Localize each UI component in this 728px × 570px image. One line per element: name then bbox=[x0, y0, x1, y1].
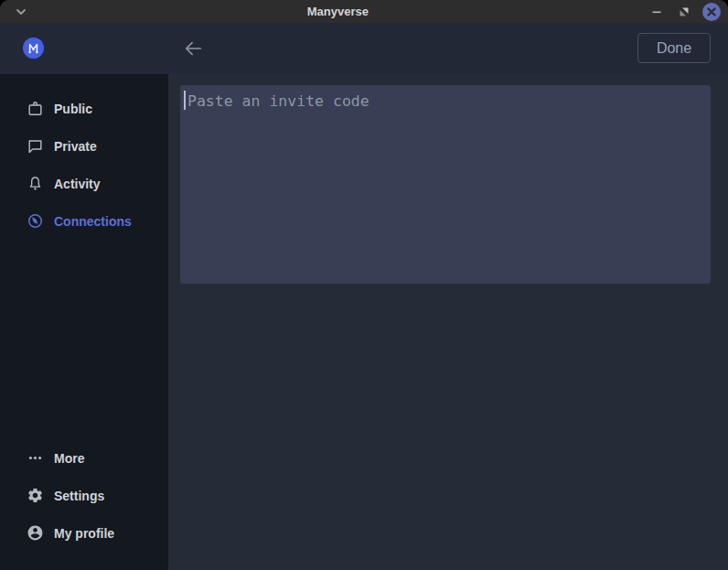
gear-icon bbox=[27, 487, 44, 504]
sidebar-item-label: Settings bbox=[54, 489, 104, 503]
invite-code-input[interactable] bbox=[180, 85, 711, 284]
restore-icon bbox=[680, 7, 689, 16]
person-circle-icon bbox=[27, 524, 44, 542]
sidebar-item-label: My profile bbox=[54, 526, 114, 541]
sidebar-item-connections[interactable]: Connections bbox=[0, 202, 168, 240]
sidebar-item-label: Public bbox=[54, 102, 92, 116]
sidebar-item-more[interactable]: More bbox=[0, 439, 168, 477]
sidebar-item-label: More bbox=[54, 451, 84, 466]
app-body: Public Private Activity bbox=[0, 74, 728, 570]
manyverse-logo bbox=[23, 38, 44, 59]
gauge-icon bbox=[27, 212, 44, 230]
sidebar-item-activity[interactable]: Activity bbox=[0, 165, 168, 202]
app-header: Done bbox=[0, 23, 728, 74]
minimize-icon bbox=[651, 6, 662, 17]
window-menu-button[interactable] bbox=[11, 0, 31, 23]
connections-invite-panel bbox=[168, 74, 728, 570]
sidebar-spacer bbox=[0, 240, 168, 439]
close-button[interactable] bbox=[702, 3, 721, 21]
sidebar: Public Private Activity bbox=[0, 74, 168, 570]
sidebar-item-label: Connections bbox=[54, 214, 132, 229]
sidebar-item-label: Activity bbox=[54, 177, 101, 191]
sidebar-item-my-profile[interactable]: My profile bbox=[0, 514, 168, 552]
sidebar-item-settings[interactable]: Settings bbox=[0, 477, 168, 514]
titlebar: Manyverse bbox=[0, 0, 728, 23]
back-arrow-icon bbox=[183, 39, 203, 58]
restore-button[interactable] bbox=[675, 3, 693, 21]
message-icon bbox=[27, 137, 44, 155]
back-button[interactable] bbox=[182, 38, 204, 59]
bulletin-board-icon bbox=[27, 100, 44, 117]
window-title: Manyverse bbox=[307, 0, 369, 23]
manyverse-window: Manyverse bbox=[0, 0, 728, 570]
bell-icon bbox=[27, 175, 44, 192]
close-icon bbox=[702, 3, 721, 21]
sidebar-item-public[interactable]: Public bbox=[0, 90, 168, 127]
sidebar-item-label: Private bbox=[54, 139, 97, 154]
done-button[interactable]: Done bbox=[637, 33, 711, 63]
chevron-down-icon bbox=[15, 7, 27, 16]
manyverse-m-icon bbox=[26, 40, 41, 56]
minimize-button[interactable] bbox=[648, 3, 666, 21]
sidebar-item-private[interactable]: Private bbox=[0, 127, 168, 165]
window-controls bbox=[648, 0, 721, 23]
ellipsis-icon bbox=[27, 449, 44, 467]
